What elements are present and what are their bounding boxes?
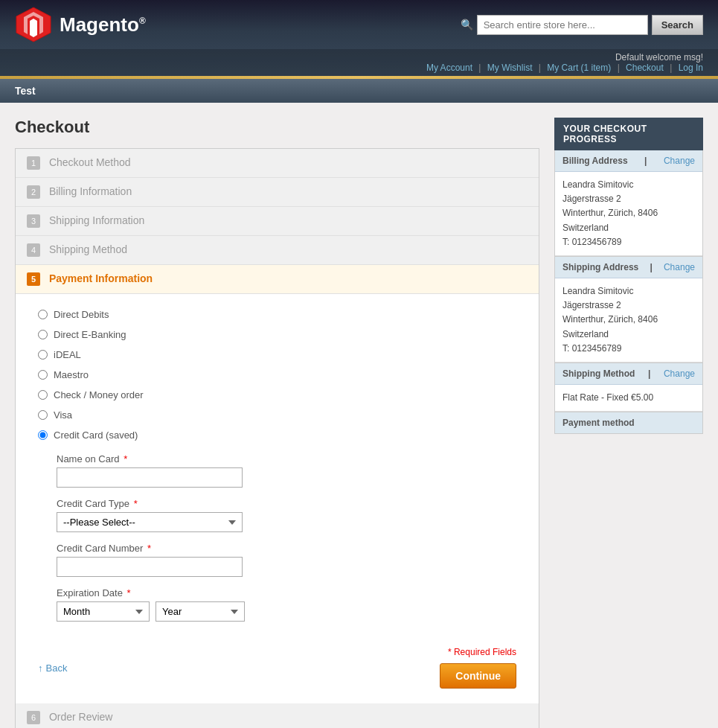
billing-city: Winterthur, Zürich, 8406 — [562, 206, 695, 220]
magento-logo-icon — [15, 6, 52, 43]
radio-check-money[interactable] — [38, 390, 48, 400]
cc-number-label: Credit Card Number * — [57, 543, 516, 554]
radio-credit-card[interactable] — [38, 430, 48, 440]
name-on-card-label: Name on Card * — [57, 453, 516, 464]
shipping-street: Jägerstrasse 2 — [562, 298, 695, 313]
back-arrow-icon: ↑ — [38, 662, 43, 674]
shipping-address-body: Leandra Simitovic Jägerstrasse 2 Wintert… — [555, 278, 702, 363]
sep-2: | — [539, 63, 541, 73]
shipping-method-value: Flat Rate - Fixed €5.00 — [562, 391, 695, 405]
year-select[interactable]: Year 2024 2025 2026 2027 2028 2029 2030 — [156, 601, 245, 622]
header-top: Magento® 🔍 Search — [0, 0, 718, 49]
cc-type-label: Credit Card Type * — [57, 498, 516, 509]
cc-type-select[interactable]: --Please Select-- Visa MasterCard Americ… — [57, 512, 243, 532]
option-ideal-label: iDEAL — [54, 349, 81, 360]
search-button[interactable]: Search — [652, 15, 703, 35]
radio-direct-ebanking[interactable] — [38, 330, 48, 339]
shipping-address-header: Shipping Address | Change — [555, 257, 702, 278]
search-icon: 🔍 — [461, 19, 473, 31]
search-area: 🔍 Search — [461, 15, 703, 35]
sep-3: | — [618, 63, 620, 73]
logo-text: Magento® — [60, 13, 146, 36]
back-link[interactable]: ↑ Back — [38, 662, 67, 674]
shipping-name: Leandra Simitovic — [562, 284, 695, 298]
option-visa[interactable]: Visa — [38, 409, 516, 421]
payment-options: Direct Debits Direct E-Banking iDEAL Mae… — [38, 309, 516, 632]
option-maestro-label: Maestro — [54, 369, 89, 380]
radio-ideal[interactable] — [38, 350, 48, 360]
step-1-num: 1 — [27, 156, 40, 170]
continue-button[interactable]: Continue — [440, 663, 516, 689]
option-credit-card[interactable]: Credit Card (saved) — [38, 430, 516, 441]
step-2: 2 Billing Information — [16, 178, 539, 207]
search-input[interactable] — [477, 15, 648, 35]
step-3-label: Shipping Information — [49, 214, 144, 226]
shipping-address-section: Shipping Address | Change Leandra Simito… — [554, 257, 703, 363]
option-direct-debits[interactable]: Direct Debits — [38, 309, 516, 320]
radio-direct-debits[interactable] — [38, 310, 48, 319]
navbar: Test — [0, 79, 718, 103]
credit-card-form: Name on Card * Credit Card Type * — [57, 453, 516, 632]
expiry-selects: Month 01 - January 02 - February 03 - Ma… — [57, 601, 516, 622]
page-title: Checkout — [15, 118, 539, 137]
sep-4: | — [670, 63, 672, 73]
radio-maestro[interactable] — [38, 370, 48, 380]
shipping-address-change-link[interactable]: Change — [664, 262, 695, 272]
shipping-method-change-link[interactable]: Change — [664, 368, 695, 379]
step-4: 4 Shipping Method — [16, 236, 539, 265]
logo: Magento® — [15, 6, 146, 43]
option-check-money[interactable]: Check / Money order — [38, 389, 516, 400]
expiry-required-star: * — [127, 587, 131, 598]
checkout-link[interactable]: Checkout — [626, 63, 664, 73]
steps-container: 1 Checkout Method 2 Billing Information … — [15, 148, 539, 728]
step-6-num: 6 — [27, 711, 40, 724]
option-check-money-label: Check / Money order — [54, 389, 144, 400]
name-on-card-input[interactable] — [57, 467, 243, 488]
shipping-city: Winterthur, Zürich, 8406 — [562, 313, 695, 327]
my-cart-link[interactable]: My Cart (1 item) — [547, 63, 611, 73]
main-container: Checkout 1 Checkout Method 2 Billing Inf… — [0, 103, 718, 728]
option-ideal[interactable]: iDEAL — [38, 349, 516, 360]
cc-number-row: Credit Card Number * — [57, 543, 516, 577]
step-6: 6 Order Review — [16, 703, 539, 728]
name-on-card-row: Name on Card * — [57, 453, 516, 488]
billing-address-label: Billing Address — [562, 156, 628, 166]
billing-name: Leandra Simitovic — [562, 178, 695, 192]
step-4-label: Shipping Method — [49, 243, 127, 255]
shipping-method-header: Shipping Method | Change — [555, 363, 702, 385]
welcome-message: Default welcome msg! — [615, 52, 703, 63]
checkout-left: Checkout 1 Checkout Method 2 Billing Inf… — [15, 118, 539, 728]
step-2-label: Billing Information — [49, 185, 132, 197]
shipping-phone: T: 0123456789 — [562, 342, 695, 356]
step-5-label: Payment Information — [49, 272, 153, 284]
billing-country: Switzerland — [562, 221, 695, 235]
month-select[interactable]: Month 01 - January 02 - February 03 - Ma… — [57, 601, 150, 622]
step-2-num: 2 — [27, 185, 40, 199]
radio-visa[interactable] — [38, 410, 48, 420]
step-1: 1 Checkout Method — [16, 149, 539, 178]
cc-type-row: Credit Card Type * --Please Select-- Vis… — [57, 498, 516, 532]
login-link[interactable]: Log In — [679, 63, 703, 73]
option-direct-ebanking[interactable]: Direct E-Banking — [38, 329, 516, 340]
shipping-method-label: Shipping Method — [562, 368, 635, 379]
billing-change-link[interactable]: Change — [664, 156, 695, 166]
shipping-country: Switzerland — [562, 328, 695, 342]
shipping-address-label: Shipping Address — [562, 262, 638, 272]
step-5-active: 5 Payment Information — [16, 265, 539, 294]
sep-1: | — [478, 63, 481, 73]
payment-method-section: Payment method — [554, 412, 703, 434]
my-wishlist-link[interactable]: My Wishlist — [487, 63, 533, 73]
cc-number-input[interactable] — [57, 557, 243, 577]
step-3: 3 Shipping Information — [16, 207, 539, 236]
option-maestro[interactable]: Maestro — [38, 369, 516, 380]
billing-body: Leandra Simitovic Jägerstrasse 2 Wintert… — [555, 172, 702, 256]
step-3-num: 3 — [27, 214, 40, 228]
checkout-sidebar: YOUR CHECKOUT PROGRESS Billing Address |… — [554, 118, 703, 728]
back-link-wrap: ↑ Back — [38, 662, 67, 674]
header: Magento® 🔍 Search Default welcome msg! M… — [0, 0, 718, 76]
my-account-link[interactable]: My Account — [426, 63, 472, 73]
option-visa-label: Visa — [54, 409, 72, 421]
option-direct-debits-label: Direct Debits — [54, 309, 109, 320]
type-required-star: * — [134, 498, 138, 509]
billing-separator: | — [644, 156, 647, 166]
